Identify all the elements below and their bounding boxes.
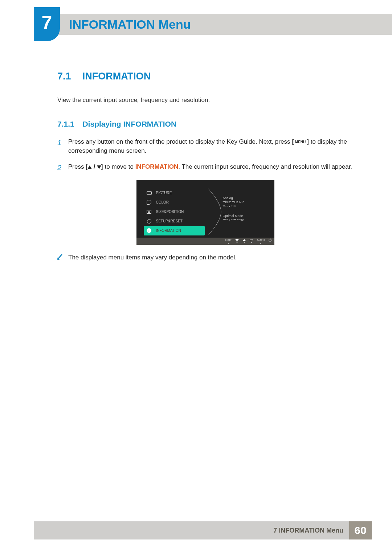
text: ] to move to: [101, 163, 135, 170]
chapter-title: INFORMATION Menu: [69, 17, 191, 32]
osd-bottom-bar: EXIT AUTO: [136, 238, 274, 245]
size-icon: [146, 209, 152, 214]
osd-label: COLOR: [156, 200, 169, 205]
subsection-number: 7.1.1: [57, 118, 74, 130]
osd-up-button: [242, 239, 246, 243]
page-number: 60: [349, 521, 372, 539]
power-icon: [269, 239, 271, 242]
osd-item-color: COLOR: [144, 198, 205, 207]
osd-connector-curve: [207, 188, 222, 235]
section-title: INFORMATION: [82, 71, 151, 82]
footer-label: 7 INFORMATION Menu: [34, 521, 349, 539]
osd-down-button: [235, 239, 239, 243]
osd-info-line: **** x ****: [223, 205, 270, 209]
chapter-number: 7: [42, 12, 52, 33]
section-description: View the current input source, frequency…: [57, 95, 353, 105]
osd-item-size-position: SIZE&POSITION: [144, 207, 205, 217]
gear-icon: [146, 219, 152, 224]
step-number: 1: [57, 137, 68, 156]
step-text: Press any button on the front of the pro…: [68, 137, 353, 156]
down-arrow-icon: [97, 165, 101, 169]
osd-info-line: Optimal Mode: [223, 214, 270, 218]
chapter-number-badge: 7: [34, 7, 60, 41]
palette-icon: [146, 200, 152, 205]
step-2: 2 Press [ / ] to move to INFORMATION. Th…: [57, 162, 353, 173]
osd-label: PICTURE: [156, 190, 172, 196]
page-number-value: 60: [354, 524, 366, 537]
up-arrow-icon: [242, 239, 246, 241]
osd-info-panel: Analog **kHz **Hz NP **** x **** Optimal…: [223, 196, 270, 227]
enter-icon: [250, 239, 253, 241]
osd-power-button: [269, 239, 271, 243]
step-1: 1 Press any button on the front of the p…: [57, 137, 353, 156]
text: Press [: [68, 163, 87, 170]
section-number: 7.1: [57, 69, 81, 84]
note: The displayed menu items may vary depend…: [57, 253, 353, 262]
osd-label: INFORMATION: [156, 228, 181, 233]
footer-label-text: 7 INFORMATION Menu: [273, 527, 343, 534]
chevron-down-icon: [236, 242, 238, 243]
chevron-down-icon: [228, 243, 230, 244]
pencil-icon: [57, 253, 68, 262]
section-heading: 7.1 INFORMATION: [57, 69, 353, 84]
osd-item-setup-reset: SETUP&RESET: [144, 217, 205, 226]
keyword-information: INFORMATION: [135, 163, 179, 170]
osd-item-picture: PICTURE: [144, 188, 205, 198]
note-text: The displayed menu items may vary depend…: [68, 253, 237, 262]
step-number: 2: [57, 162, 68, 173]
osd-info-line: **kHz **Hz NP: [223, 200, 270, 205]
label: AUTO: [257, 238, 265, 242]
osd-enter-button: [250, 239, 253, 243]
osd-label: SETUP&RESET: [156, 218, 183, 224]
menu-button-label: MENU: [294, 139, 307, 145]
page-footer: 7 INFORMATION Menu 60: [34, 521, 372, 539]
info-icon: i: [146, 228, 152, 233]
chevron-down-icon: [243, 242, 245, 243]
subsection-heading: 7.1.1 Displaying INFORMATION: [57, 118, 353, 130]
label: EXIT: [225, 238, 232, 242]
osd-menu-list: PICTURE COLOR SIZE&POSITION SETUP&RESET …: [144, 188, 205, 235]
step-text: Press [ / ] to move to INFORMATION. The …: [68, 162, 353, 173]
down-arrow-icon: [235, 239, 239, 241]
osd-item-information-selected: i INFORMATION: [144, 226, 205, 235]
osd-exit-button: EXIT: [225, 238, 232, 244]
osd-screenshot: PICTURE COLOR SIZE&POSITION SETUP&RESET …: [136, 180, 274, 245]
picture-icon: [146, 190, 152, 196]
steps-list: 1 Press any button on the front of the p…: [57, 137, 353, 173]
chevron-down-icon: [250, 242, 253, 243]
page-content: 7.1 INFORMATION View the current input s…: [57, 69, 353, 262]
osd-info-line: **** x **** **Hz: [223, 218, 270, 222]
osd-auto-button: AUTO: [257, 238, 265, 244]
subsection-title: Displaying INFORMATION: [82, 120, 176, 128]
osd-info-line: Analog: [223, 196, 270, 201]
up-arrow-icon: [87, 165, 92, 169]
text: . The current input source, frequency an…: [178, 163, 352, 170]
chevron-down-icon: [260, 243, 262, 244]
text: Press any button on the front of the pro…: [68, 138, 294, 145]
slash: /: [92, 163, 97, 170]
osd-label: SIZE&POSITION: [156, 209, 184, 214]
